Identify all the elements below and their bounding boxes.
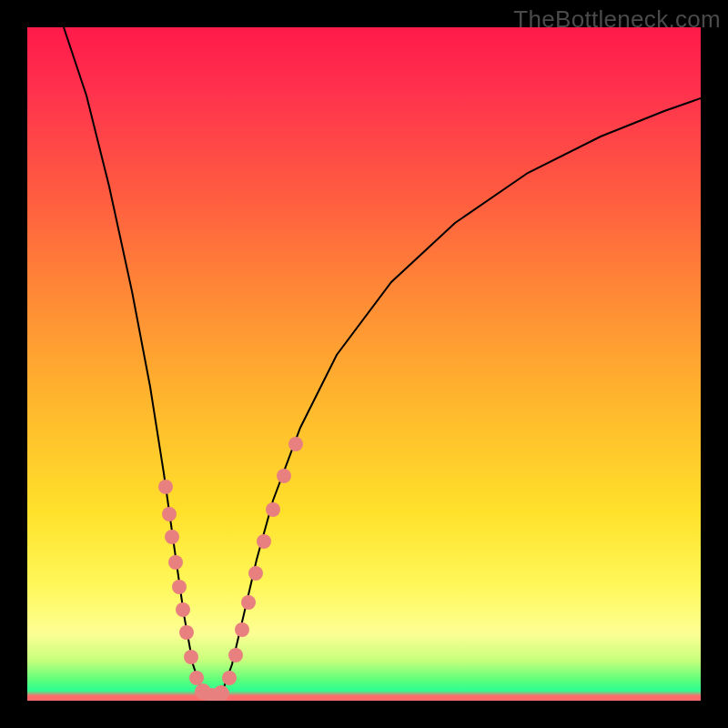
data-dot	[184, 650, 198, 664]
data-dot	[235, 622, 249, 637]
data-dot	[241, 595, 256, 610]
data-dot	[162, 507, 177, 521]
data-dot	[213, 685, 229, 701]
watermark-text: TheBottleneck.com	[513, 5, 721, 34]
plot-area	[27, 27, 701, 701]
data-dot	[179, 625, 194, 640]
data-dot	[172, 580, 187, 594]
curve-left	[64, 27, 211, 696]
data-dot	[158, 480, 173, 494]
data-dots	[158, 437, 303, 701]
data-dot	[257, 534, 271, 549]
data-dot	[165, 530, 179, 544]
data-dot	[277, 469, 291, 483]
data-dot	[266, 502, 280, 517]
data-dot	[288, 437, 303, 451]
data-dot	[168, 555, 183, 570]
curve-right	[211, 98, 701, 696]
data-dot	[248, 566, 263, 581]
data-dot	[222, 671, 237, 685]
data-dot	[176, 602, 190, 617]
chart-svg	[27, 27, 701, 701]
data-dot	[189, 671, 204, 685]
data-dot	[228, 648, 243, 662]
